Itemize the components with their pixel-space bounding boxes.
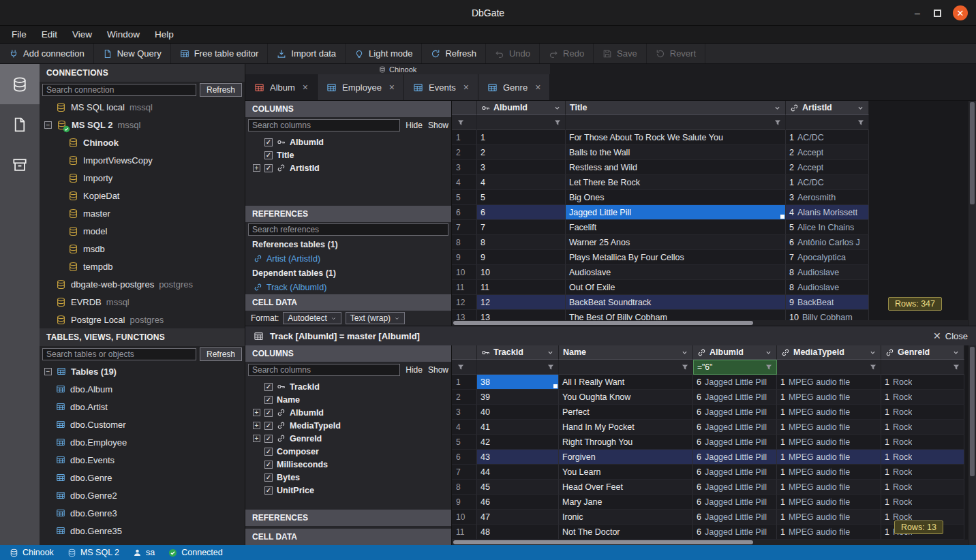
tab-events[interactable]: Events×	[404, 74, 478, 100]
statusbar-user[interactable]: sa	[126, 545, 162, 560]
cell-genreid[interactable]: 1Rock	[881, 495, 964, 510]
connection-tempdb[interactable]: tempdb	[40, 258, 245, 275]
cell-trackid[interactable]: 38	[477, 375, 559, 390]
tables-group[interactable]: −Tables (19)	[40, 362, 245, 380]
connection-msdb[interactable]: msdb	[40, 240, 245, 258]
column-checkbox[interactable]: ✓	[264, 164, 273, 172]
cell-title[interactable]: Warner 25 Anos	[566, 235, 786, 250]
column-item-unitprice[interactable]: ✓UnitPrice	[245, 484, 451, 497]
cell-mediatypeid[interactable]: 1MPEG audio file	[777, 450, 881, 465]
column-header-albumid[interactable]: AlbumId	[693, 345, 777, 360]
cell-name[interactable]: Not The Doctor	[559, 525, 693, 540]
expand-toggle-icon[interactable]: +	[253, 164, 260, 172]
cell-albumid[interactable]: 10	[477, 265, 566, 280]
cell-title[interactable]: Jagged Little Pill	[566, 205, 786, 220]
connection-ms-sql-local[interactable]: MS SQL localmssql	[40, 98, 245, 116]
cell-genreid[interactable]: 1Rock	[881, 420, 964, 435]
cell-albumid[interactable]: 11	[477, 280, 566, 295]
cell-name[interactable]: All I Really Want	[559, 375, 693, 390]
cell-name[interactable]: You Oughta Know	[559, 390, 693, 405]
scrollbar-thumb[interactable]	[453, 540, 753, 544]
cell-albumid[interactable]: 5	[477, 190, 566, 205]
cell-artistid[interactable]: 1AC/DC	[786, 175, 869, 190]
column-item-name[interactable]: ✓Name	[245, 393, 451, 406]
filter-input-genreid[interactable]	[881, 360, 964, 375]
references-search-input[interactable]	[248, 223, 448, 236]
column-checkbox[interactable]: ✓	[264, 435, 273, 443]
column-checkbox[interactable]: ✓	[264, 396, 273, 404]
cell-artistid[interactable]: 9BackBeat	[786, 295, 869, 310]
table-item-dbo-genre2[interactable]: dbo.Genre2	[40, 486, 245, 504]
collapse-toggle-icon[interactable]: −	[44, 121, 52, 129]
cell-genreid[interactable]: 1Rock	[881, 375, 964, 390]
columns-search-input[interactable]	[248, 119, 400, 131]
cell-mediatypeid[interactable]: 1MPEG audio file	[777, 495, 881, 510]
cell-genreid[interactable]: 1Rock	[881, 435, 964, 450]
column-header-albumid[interactable]: AlbumId	[477, 101, 566, 115]
column-checkbox[interactable]: ✓	[264, 473, 273, 482]
connection-chinook[interactable]: Chinook	[40, 134, 245, 151]
tab-close-icon[interactable]: ×	[303, 82, 308, 93]
tables-search-input[interactable]	[42, 348, 196, 360]
cell-trackid[interactable]: 40	[477, 405, 559, 420]
menu-help[interactable]: Help	[147, 26, 181, 43]
cell-albumid[interactable]: 6Jagged Little Pill	[693, 420, 777, 435]
cell-name[interactable]: Forgiven	[559, 450, 693, 465]
cell-genreid[interactable]: 1Rock	[881, 450, 964, 465]
tab-album[interactable]: Album×	[245, 74, 318, 100]
table-item-dbo-employee[interactable]: dbo.Employee	[40, 433, 245, 451]
connection-kopiedat[interactable]: KopieDat	[40, 187, 245, 204]
horizontal-scrollbar[interactable]	[452, 320, 968, 326]
toolbar-new-query[interactable]: New Query	[94, 44, 171, 63]
toolbar-save[interactable]: Save	[594, 44, 647, 63]
cell-albumid[interactable]: 6Jagged Little Pill	[693, 435, 777, 450]
dependent-link-track[interactable]: Track (AlbumId)	[245, 280, 451, 294]
cell-albumid[interactable]: 6Jagged Little Pill	[693, 495, 777, 510]
tab-close-icon[interactable]: ×	[389, 82, 395, 93]
cell-title[interactable]: Let There Be Rock	[566, 175, 786, 190]
column-checkbox[interactable]: ✓	[264, 422, 273, 430]
filter-input-artistid[interactable]	[786, 115, 869, 130]
cell-title[interactable]: BackBeat Soundtrack	[566, 295, 786, 310]
cell-artistid[interactable]: 4Alanis Morissett	[786, 205, 869, 220]
toolbar-redo[interactable]: Redo	[540, 44, 594, 63]
cell-title[interactable]: Restless and Wild	[566, 160, 786, 175]
minimize-icon[interactable]: –	[913, 7, 922, 18]
expand-toggle-icon[interactable]: +	[253, 409, 260, 416]
column-checkbox[interactable]: ✓	[264, 486, 273, 495]
statusbar-database[interactable]: Chinook	[3, 545, 61, 560]
table-item-dbo-genre[interactable]: dbo.Genre	[40, 469, 245, 486]
column-header-genreid[interactable]: GenreId	[881, 345, 964, 360]
connection-importviewscopy[interactable]: ImportViewsCopy	[40, 151, 245, 169]
connection-importy[interactable]: Importy	[40, 169, 245, 187]
table-item-dbo-artist[interactable]: dbo.Artist	[40, 398, 245, 416]
column-header-artistid[interactable]: ArtistId	[786, 101, 869, 115]
collapse-toggle-icon[interactable]: −	[44, 368, 52, 375]
menu-window[interactable]: Window	[100, 26, 147, 43]
hide-button[interactable]: Hide	[406, 121, 423, 130]
toolbar-light-mode[interactable]: Light mode	[346, 44, 422, 63]
close-icon[interactable]: ✕	[953, 5, 968, 20]
cell-mediatypeid[interactable]: 1MPEG audio file	[777, 420, 881, 435]
cell-mediatypeid[interactable]: 1MPEG audio file	[777, 480, 881, 495]
toolbar-undo[interactable]: Undo	[486, 44, 540, 63]
column-item-bytes[interactable]: ✓Bytes	[245, 471, 451, 484]
cell-name[interactable]: Perfect	[559, 405, 693, 420]
column-header-trackid[interactable]: TrackId	[477, 345, 559, 360]
connection-ms-sql-2[interactable]: −MS SQL 2mssql	[40, 116, 245, 134]
filter-input-mediatypeid[interactable]	[777, 360, 881, 375]
cell-name[interactable]: Mary Jane	[559, 495, 693, 510]
tab-genre[interactable]: Genre×	[478, 74, 550, 100]
reference-link-artist[interactable]: Artist (ArtistId)	[245, 251, 451, 266]
filter-input-albumid[interactable]: ="6"	[693, 360, 777, 375]
cell-trackid[interactable]: 47	[477, 510, 559, 525]
cell-name[interactable]: Right Through You	[559, 435, 693, 450]
cell-name[interactable]: Hand In My Pocket	[559, 420, 693, 435]
cell-trackid[interactable]: 42	[477, 435, 559, 450]
scrollbar-thumb[interactable]	[970, 102, 975, 204]
cell-albumid[interactable]: 12	[477, 295, 566, 310]
connection-model[interactable]: model	[40, 222, 245, 240]
cell-artistid[interactable]: 7Apocalyptica	[786, 250, 869, 265]
cell-name[interactable]: You Learn	[559, 465, 693, 480]
format-select[interactable]: Autodetect	[283, 312, 341, 324]
